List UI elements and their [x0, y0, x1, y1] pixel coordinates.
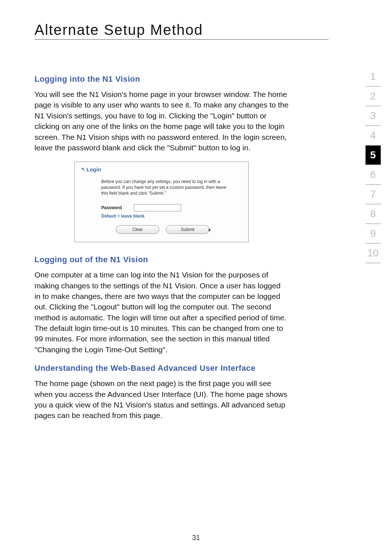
page-title: Alternate Setup Method [34, 22, 203, 38]
password-default-hint: Default = leave blank [101, 214, 242, 219]
heading-understanding: Understanding the Web-Based Advanced Use… [34, 364, 289, 373]
section-nav: 1 2 3 4 5 6 7 8 9 10 [365, 67, 381, 263]
cursor-icon: ↖ [81, 166, 86, 172]
main-content: Logging into the N1 Vision You will see … [34, 74, 289, 430]
section-tab-3[interactable]: 3 [366, 106, 381, 126]
clear-button[interactable]: Clear [116, 225, 159, 234]
section-tab-4[interactable]: 4 [366, 126, 381, 146]
login-button-row: Clear Submit [116, 225, 242, 234]
password-field-row: Password [101, 204, 242, 211]
password-label: Password [101, 205, 134, 210]
heading-logging-in: Logging into the N1 Vision [34, 74, 289, 84]
paragraph-logging-out: One computer at a time can log into the … [34, 269, 289, 355]
section-tab-8[interactable]: 8 [366, 204, 381, 224]
password-input[interactable] [134, 204, 181, 211]
section-tab-1[interactable]: 1 [366, 67, 381, 87]
section-tab-6[interactable]: 6 [366, 165, 381, 185]
login-figure-title: ↖Login [81, 166, 242, 173]
section-tab-9[interactable]: 9 [366, 224, 381, 244]
login-instructions-text: Before you can change any settings, you … [101, 179, 232, 196]
login-title-text: Login [86, 166, 101, 173]
section-tab-10[interactable]: 10 [366, 244, 381, 263]
paragraph-logging-in: You will see the N1 Vision's home page i… [34, 89, 289, 153]
page-number: 31 [0, 533, 392, 542]
title-divider [34, 39, 328, 40]
paragraph-understanding: The home page (shown on the next page) i… [34, 378, 289, 421]
heading-logging-out: Logging out of the N1 Vision [34, 255, 289, 264]
login-screenshot-figure: ↖Login Before you can change any setting… [74, 162, 249, 242]
section-tab-5[interactable]: 5 [366, 146, 381, 165]
submit-button[interactable]: Submit [166, 225, 209, 234]
section-nav-label: section [391, 109, 392, 155]
section-tab-7[interactable]: 7 [366, 185, 381, 204]
section-tab-2[interactable]: 2 [366, 87, 381, 106]
